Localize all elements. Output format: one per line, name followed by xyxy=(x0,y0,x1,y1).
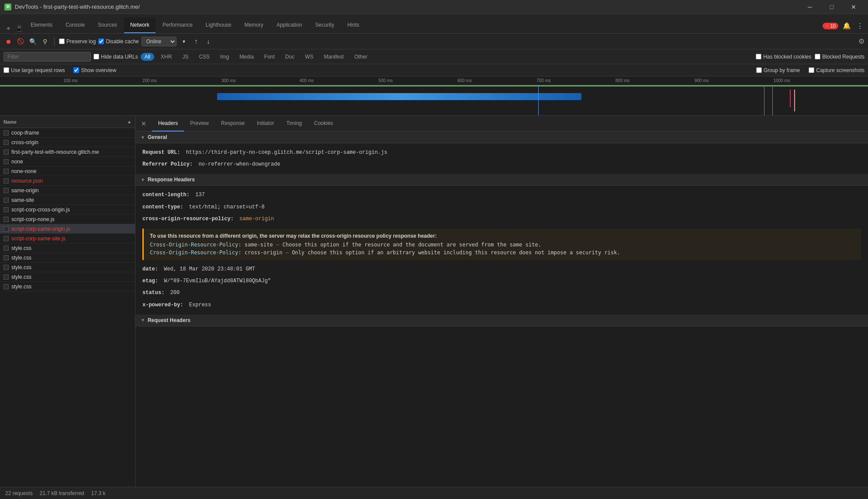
filter-js[interactable]: JS xyxy=(178,52,192,61)
close-details-button[interactable]: ✕ xyxy=(139,119,149,128)
filter-manifest[interactable]: Manifest xyxy=(320,52,348,61)
item-checkbox[interactable] xyxy=(3,226,9,232)
filter-other[interactable]: Other xyxy=(350,52,371,61)
request-item[interactable]: style.css xyxy=(0,243,135,253)
item-checkbox[interactable] xyxy=(3,236,9,241)
item-checkbox[interactable] xyxy=(3,198,9,203)
filter-font[interactable]: Font xyxy=(260,52,279,61)
disable-cache-checkbox[interactable] xyxy=(98,38,104,44)
request-item-selected[interactable]: script-corp-same-origin.js xyxy=(0,224,135,234)
notifications-icon[interactable]: 🔔 xyxy=(842,21,851,31)
request-item[interactable]: style.css xyxy=(0,253,135,263)
item-checkbox[interactable] xyxy=(3,140,9,145)
group-by-frame-checkbox[interactable] xyxy=(756,67,762,73)
item-checkbox[interactable] xyxy=(3,169,9,174)
request-item[interactable]: script-corp-cross-origin.js xyxy=(0,205,135,215)
filter-media[interactable]: Media xyxy=(235,52,258,61)
tab-application[interactable]: Application xyxy=(270,17,308,33)
clear-button[interactable]: 🚫 xyxy=(16,37,25,46)
capture-screenshots-checkbox[interactable] xyxy=(809,67,814,73)
item-checkbox[interactable] xyxy=(3,207,9,212)
tab-network[interactable]: Network xyxy=(124,17,156,33)
request-item[interactable]: style.css xyxy=(0,282,135,291)
filter-all[interactable]: All xyxy=(141,53,154,61)
item-checkbox[interactable] xyxy=(3,130,9,135)
request-item[interactable]: script-corp-none.js xyxy=(0,215,135,224)
filter-icon[interactable]: 🔍 xyxy=(28,37,38,46)
record-button[interactable]: ⏺ xyxy=(3,37,13,46)
maximize-button[interactable]: □ xyxy=(822,0,842,14)
sort-icon[interactable]: ▲ xyxy=(127,119,131,124)
large-rows-label[interactable]: Use large request rows xyxy=(3,67,65,73)
preserve-log-checkbox-label[interactable]: Preserve log xyxy=(59,38,96,45)
request-item[interactable]: same-site xyxy=(0,195,135,205)
filter-img[interactable]: Img xyxy=(216,52,233,61)
item-checkbox[interactable] xyxy=(3,284,9,289)
tab-security[interactable]: Security xyxy=(309,17,340,33)
minimize-button[interactable]: ─ xyxy=(800,0,820,14)
item-checkbox[interactable] xyxy=(3,217,9,222)
detail-tab-response[interactable]: Response xyxy=(215,116,251,132)
download-icon[interactable]: ↓ xyxy=(204,37,213,46)
request-item[interactable]: none xyxy=(0,157,135,166)
close-button[interactable]: ✕ xyxy=(844,0,864,14)
tab-performance[interactable]: Performance xyxy=(156,17,199,33)
group-by-frame-label[interactable]: Group by frame xyxy=(756,67,800,73)
tab-hints[interactable]: Hints xyxy=(341,17,365,33)
request-item[interactable]: style.css xyxy=(0,263,135,272)
request-item-error[interactable]: script-corp-same-site.js xyxy=(0,234,135,243)
upload-icon[interactable]: ↑ xyxy=(191,37,201,46)
general-section-header[interactable]: ▼ General xyxy=(135,132,868,143)
tab-lighthouse[interactable]: Lighthouse xyxy=(200,17,238,33)
disable-cache-checkbox-label[interactable]: Disable cache xyxy=(98,38,138,45)
request-headers-section-header[interactable]: ▼ Request Headers xyxy=(135,315,868,326)
filter-ws[interactable]: WS xyxy=(301,52,317,61)
throttle-select[interactable]: Online Fast 3G Slow 3G Offline xyxy=(142,37,176,46)
detail-tab-timing[interactable]: Timing xyxy=(280,116,308,132)
detail-tab-preview[interactable]: Preview xyxy=(184,116,215,132)
large-rows-checkbox[interactable] xyxy=(3,67,9,73)
settings-icon[interactable]: ⚙ xyxy=(858,37,865,45)
item-checkbox[interactable] xyxy=(3,246,9,251)
filter-input[interactable] xyxy=(3,52,91,62)
show-overview-checkbox[interactable] xyxy=(73,67,79,73)
inspect-icon[interactable]: ⌖ xyxy=(3,24,13,33)
request-item-error[interactable]: resource.json xyxy=(0,176,135,186)
tab-memory[interactable]: Memory xyxy=(239,17,270,33)
tab-console[interactable]: Console xyxy=(59,17,91,33)
tab-sources[interactable]: Sources xyxy=(92,17,123,33)
response-headers-section-header[interactable]: ▼ Response Headers xyxy=(135,174,868,186)
hide-data-urls-label[interactable]: Hide data URLs xyxy=(93,54,138,60)
preserve-log-checkbox[interactable] xyxy=(59,38,65,44)
detail-tab-initiator[interactable]: Initiator xyxy=(251,116,280,132)
more-options-icon[interactable]: ⋮ xyxy=(855,21,865,31)
blocked-requests-label[interactable]: Blocked Requests xyxy=(815,54,865,60)
has-blocked-cookies-checkbox[interactable] xyxy=(756,54,761,59)
capture-screenshots-label[interactable]: Capture screenshots xyxy=(809,67,865,73)
request-item[interactable]: none-none xyxy=(0,166,135,176)
filter-css[interactable]: CSS xyxy=(195,52,214,61)
request-item[interactable]: first-party-test-with-resource.glitch.me xyxy=(0,147,135,157)
item-checkbox[interactable] xyxy=(3,265,9,270)
search-button[interactable]: ⚲ xyxy=(40,37,50,46)
item-checkbox[interactable] xyxy=(3,178,9,184)
throttle-dropdown-icon[interactable]: ▾ xyxy=(179,37,189,46)
request-item[interactable]: cross-origin xyxy=(0,138,135,147)
item-checkbox[interactable] xyxy=(3,274,9,280)
detail-tab-cookies[interactable]: Cookies xyxy=(308,116,339,132)
timeline[interactable]: 100 ms 200 ms 300 ms 400 ms 500 ms 600 m… xyxy=(0,76,868,116)
device-icon[interactable]: 📱 xyxy=(14,24,24,33)
request-item[interactable]: coop-iframe xyxy=(0,128,135,138)
request-item[interactable]: style.css xyxy=(0,272,135,282)
tab-elements[interactable]: Elements xyxy=(24,17,59,33)
detail-tab-headers[interactable]: Headers xyxy=(152,116,184,132)
show-overview-label[interactable]: Show overview xyxy=(73,67,116,73)
item-checkbox[interactable] xyxy=(3,159,9,164)
filter-xhr[interactable]: XHR xyxy=(157,52,176,61)
item-checkbox[interactable] xyxy=(3,255,9,260)
request-item[interactable]: same-origin xyxy=(0,186,135,195)
filter-doc[interactable]: Doc xyxy=(281,52,298,61)
hide-data-urls-checkbox[interactable] xyxy=(93,54,99,59)
has-blocked-cookies-label[interactable]: Has blocked cookies xyxy=(756,54,811,60)
item-checkbox[interactable] xyxy=(3,188,9,193)
